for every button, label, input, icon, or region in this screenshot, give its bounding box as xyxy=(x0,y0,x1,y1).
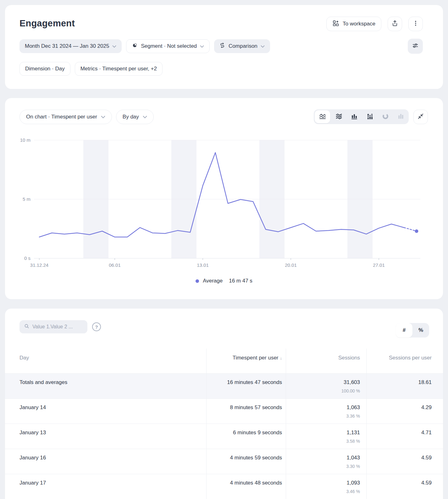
to-workspace-button[interactable]: To workspace xyxy=(326,17,381,31)
metrics-label: Metrics · Timespent per user, +2 xyxy=(80,66,157,72)
comparison-arrows-icon xyxy=(219,42,225,50)
data-table-card: ? # % Day Timespent per user↓ Sessions S… xyxy=(5,309,443,499)
chart-type-stacked-area[interactable] xyxy=(331,109,346,124)
table-row[interactable]: January 16 4 minutes 59 seconds 1,043 3.… xyxy=(5,449,443,474)
share-icon xyxy=(391,20,398,28)
svg-text:31.12.24: 31.12.24 xyxy=(30,262,48,268)
timespent-cell: 6 minutes 9 seconds xyxy=(206,424,286,449)
line-chart-icon xyxy=(319,112,326,121)
sessions-percent: 100.00 % xyxy=(286,388,360,393)
toggle-number[interactable]: # xyxy=(396,323,412,337)
chart-type-switcher xyxy=(314,109,409,124)
column-header-day[interactable]: Day xyxy=(5,348,206,373)
collapse-arrows-icon xyxy=(417,113,424,121)
column-chart-icon xyxy=(397,112,405,121)
number-percent-toggle: # % xyxy=(396,323,429,337)
comparison-label: Comparison xyxy=(229,43,257,49)
dimension-label: Dimension · Day xyxy=(25,66,65,72)
day-cell: January 17 xyxy=(5,474,206,499)
svg-text:13.01: 13.01 xyxy=(197,262,209,268)
segment-filter[interactable]: Segment · Not selected xyxy=(126,39,210,53)
table-row[interactable]: January 17 4 minutes 48 seconds 1,093 3.… xyxy=(5,474,443,499)
stacked-bar-chart-icon xyxy=(366,112,374,121)
svg-text:5 m: 5 m xyxy=(23,196,30,202)
search-help-button[interactable]: ? xyxy=(92,322,101,331)
sessions-value: 31,603 xyxy=(286,379,360,386)
sessions-value: 1,131 xyxy=(286,430,360,436)
filter-row-secondary: Dimension · Day Metrics · Timespent per … xyxy=(19,62,163,76)
search-input[interactable] xyxy=(32,324,83,330)
svg-text:0 s: 0 s xyxy=(24,255,30,261)
column-header-timespent[interactable]: Timespent per user↓ xyxy=(206,348,286,373)
column-header-sessions[interactable]: Sessions xyxy=(286,348,366,373)
chart-controls: On chart · Timespent per user By day xyxy=(19,110,154,124)
filter-settings-button[interactable] xyxy=(408,39,423,54)
day-cell: Totals and averages xyxy=(5,374,206,398)
comparison-filter[interactable]: Comparison xyxy=(214,39,270,53)
chart-type-donut[interactable] xyxy=(378,109,393,124)
svg-text:20.01: 20.01 xyxy=(285,262,297,268)
filter-row-primary: Month Dec 31 2024 — Jan 30 2025 Segment … xyxy=(19,39,270,53)
segment-pie-icon xyxy=(132,42,138,50)
sessions-cell: 1,063 3.36 % xyxy=(286,399,366,424)
date-range-filter[interactable]: Month Dec 31 2024 — Jan 30 2025 xyxy=(19,39,122,53)
chevron-down-icon xyxy=(261,43,265,49)
table-search[interactable] xyxy=(19,320,87,333)
sessions-percent: 3.58 % xyxy=(286,439,360,444)
sessions-cell: 31,603 100.00 % xyxy=(286,374,366,398)
metrics-chip[interactable]: Metrics · Timespent per user, +2 xyxy=(75,62,163,76)
sessions-value: 1,043 xyxy=(286,455,360,461)
day-cell: January 16 xyxy=(5,449,206,474)
chart-card: On chart · Timespent per user By day xyxy=(5,98,443,299)
dimension-chip[interactable]: Dimension · Day xyxy=(19,62,70,76)
svg-text:27.01: 27.01 xyxy=(373,262,385,268)
granularity-select[interactable]: By day xyxy=(116,110,154,124)
sessions-value: 1,093 xyxy=(286,480,360,486)
chart-type-stacked-bars[interactable] xyxy=(362,109,378,124)
sessions-value: 1,063 xyxy=(286,404,360,411)
report-header-card: Engagement To workspace xyxy=(5,5,443,89)
on-chart-metric-select[interactable]: On chart · Timespent per user xyxy=(19,110,112,124)
chart-type-columns[interactable] xyxy=(393,109,409,124)
kebab-menu-icon xyxy=(412,20,419,28)
collapse-chart-button[interactable] xyxy=(413,110,428,124)
day-cell: January 14 xyxy=(5,399,206,424)
kebab-menu-button[interactable] xyxy=(408,17,423,31)
timespent-cell: 16 minutes 47 seconds xyxy=(206,374,286,398)
sessions-per-user-cell: 4.59 xyxy=(366,474,443,499)
on-chart-metric-label: On chart · Timespent per user xyxy=(26,114,97,120)
table-row[interactable]: January 14 8 minutes 57 seconds 1,063 3.… xyxy=(5,398,443,424)
stacked-area-chart-icon xyxy=(335,112,343,121)
sliders-icon xyxy=(412,42,419,50)
svg-text:06.01: 06.01 xyxy=(109,262,121,268)
toggle-percent[interactable]: % xyxy=(412,323,429,337)
sessions-per-user-cell: 4.59 xyxy=(366,449,443,474)
svg-text:10 m: 10 m xyxy=(20,137,30,143)
column-header-timespent-label: Timespent per user xyxy=(233,355,279,361)
chart-legend[interactable]: Average 16 m 47 s xyxy=(5,278,443,284)
chevron-down-icon xyxy=(112,43,116,49)
table-row-totals[interactable]: Totals and averages 16 minutes 47 second… xyxy=(5,373,443,398)
timespent-cell: 8 minutes 57 seconds xyxy=(206,399,286,424)
chart-type-line[interactable] xyxy=(315,110,330,123)
share-button[interactable] xyxy=(388,17,402,31)
column-header-sessions-per-user[interactable]: Sessions per user xyxy=(366,348,443,373)
granularity-label: By day xyxy=(123,114,139,120)
metrics-table: Day Timespent per user↓ Sessions Session… xyxy=(5,348,443,499)
search-icon xyxy=(24,323,30,330)
sessions-percent: 3.36 % xyxy=(286,414,360,419)
donut-chart-icon xyxy=(382,112,389,121)
timespent-cell: 4 minutes 48 seconds xyxy=(206,474,286,499)
sessions-percent: 3.46 % xyxy=(286,489,360,494)
table-row[interactable]: January 13 6 minutes 9 seconds 1,131 3.5… xyxy=(5,424,443,449)
engagement-line-chart[interactable]: 0 s5 m10 m31.12.2406.0113.0120.0127.01 xyxy=(5,133,443,275)
bar-chart-icon xyxy=(351,112,358,121)
header-actions: To workspace xyxy=(326,17,423,31)
chart-type-bars[interactable] xyxy=(347,109,362,124)
sessions-percent: 3.30 % xyxy=(286,464,360,469)
sessions-per-user-cell: 18.61 xyxy=(366,374,443,398)
date-range-label: Month Dec 31 2024 — Jan 30 2025 xyxy=(25,43,109,49)
page-title: Engagement xyxy=(19,18,75,29)
legend-series-name: Average xyxy=(203,278,223,284)
sort-desc-icon: ↓ xyxy=(280,356,282,360)
